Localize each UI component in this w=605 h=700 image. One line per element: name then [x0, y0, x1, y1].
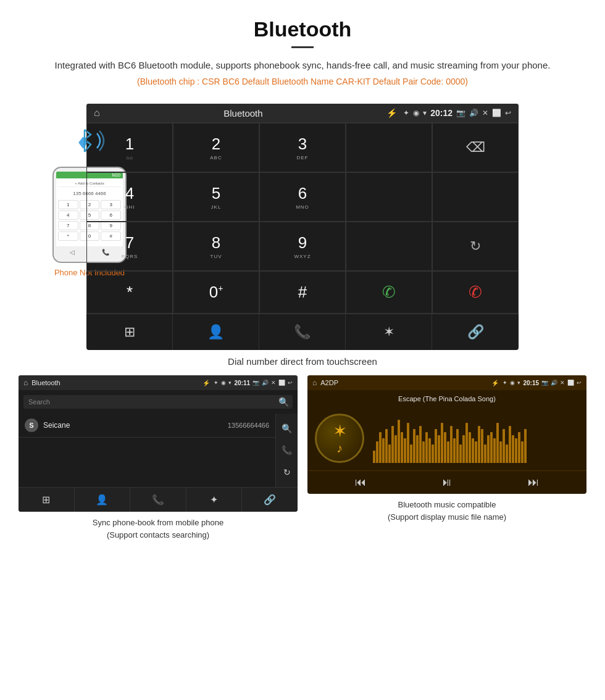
key-7-num: 7 — [125, 233, 134, 252]
visualizer-bar — [456, 429, 459, 463]
main-caption: Dial number direct from touchscreen — [0, 356, 605, 367]
empty-4-5 — [432, 172, 519, 222]
visualizer-bar — [465, 423, 468, 463]
key-9[interactable]: 9 WXYZ — [259, 222, 346, 271]
key-1[interactable]: 1 ⌂⌂ — [86, 123, 173, 172]
pb-grid-btn[interactable]: ⊞ — [19, 488, 75, 512]
music-back-icon[interactable]: ↩ — [577, 380, 582, 386]
visualizer-bar — [453, 438, 456, 463]
search-placeholder: Search — [28, 398, 50, 406]
pb-home-icon[interactable]: ⌂ — [23, 378, 28, 387]
call-button[interactable]: ✆ — [346, 271, 432, 314]
pb-call-right-icon[interactable]: 📞 — [282, 445, 292, 455]
pb-cam-icon: 📷 — [252, 380, 259, 386]
visualizer-bar — [391, 426, 394, 463]
dial-status-bar: ⌂ Bluetooth ⚡ ✦ ◉ ▾ 20:12 📷 🔊 ✕ ⬜ ↩ — [86, 104, 519, 122]
music-status-right: ✦ ◉ ▾ 20:15 📷 🔊 ✕ ⬜ ↩ — [503, 380, 582, 386]
key-3[interactable]: 3 DEF — [259, 123, 346, 172]
contacts-button[interactable]: 👤 — [173, 314, 259, 350]
visualizer-bar — [388, 444, 391, 463]
key-hash-num: # — [298, 283, 307, 302]
key-6-sub: MNO — [296, 204, 309, 210]
pb-search-right-icon[interactable]: 🔍 — [282, 423, 292, 433]
visualizer-bar — [410, 444, 412, 463]
right-caption-sub: (Support display music file name) — [388, 511, 506, 523]
key-hash[interactable]: # — [259, 271, 346, 314]
home-icon[interactable]: ⌂ — [94, 107, 100, 119]
redial-button[interactable]: ↻ — [432, 222, 519, 271]
phone-button[interactable]: 📞 — [259, 314, 346, 350]
key-2-sub: ABC — [210, 155, 222, 160]
search-icon[interactable]: 🔍 — [278, 397, 289, 407]
key-6[interactable]: 6 MNO — [259, 172, 346, 222]
link-button[interactable]: 🔗 — [432, 314, 519, 350]
visualizer-bar — [512, 435, 514, 463]
visualizer-bar — [478, 426, 480, 463]
contact-seicane[interactable]: S Seicane 13566664466 — [19, 414, 275, 438]
key-5-sub: JKL — [211, 204, 222, 210]
dial-screen: ⌂ Bluetooth ⚡ ✦ ◉ ▾ 20:12 📷 🔊 ✕ ⬜ ↩ 1 ⌂⌂ — [86, 104, 519, 350]
music-home-icon[interactable]: ⌂ — [312, 378, 317, 387]
bluetooth-button[interactable]: ✶ — [346, 314, 432, 350]
pb-link-btn[interactable]: 🔗 — [242, 488, 298, 512]
music-controls: ⏮ ⏯ ⏭ — [307, 470, 586, 494]
next-skip-button[interactable]: ⏭ — [528, 476, 539, 489]
camera-icon: 📷 — [456, 109, 465, 117]
key-2[interactable]: 2 ABC — [173, 123, 259, 172]
visualizer-bar — [419, 426, 422, 463]
empty-3-4 — [346, 222, 432, 271]
visualizer-bar — [428, 438, 431, 463]
key-4-num: 4 — [125, 184, 134, 203]
visualizer-bar — [509, 426, 511, 463]
mini-key-star: * — [58, 231, 78, 241]
pb-usb-icon: ⚡ — [202, 380, 210, 386]
visualizer-bar — [441, 423, 443, 463]
visualizer-bar — [385, 429, 388, 463]
pb-search-bar[interactable]: Search — [23, 395, 293, 409]
key-0[interactable]: 0+ — [173, 271, 259, 314]
person-icon: 👤 — [207, 324, 224, 340]
key-8[interactable]: 8 TUV — [173, 222, 259, 271]
key-3-num: 3 — [298, 135, 307, 154]
page-header: Bluetooth Integrated with BC6 Bluetooth … — [0, 0, 605, 93]
status-time: 20:12 — [430, 108, 453, 118]
music-screen-icon: ⬜ — [567, 380, 574, 386]
key-star[interactable]: * — [86, 271, 173, 314]
key-1-sub: ⌂⌂ — [126, 155, 133, 160]
visualizer-bar — [499, 441, 502, 463]
visualizer-bar — [422, 441, 425, 463]
grid-button[interactable]: ⊞ — [86, 314, 173, 350]
visualizer-bar — [382, 438, 385, 463]
pb-refresh-right-icon[interactable]: ↻ — [283, 467, 291, 477]
pb-phone-btn[interactable]: 📞 — [130, 488, 186, 512]
pb-person-btn[interactable]: 👤 — [75, 488, 131, 512]
key-4[interactable]: 4 GHI — [86, 172, 173, 222]
pb-bt-btn[interactable]: ✦ — [186, 488, 243, 512]
key-7-sub: PQRS — [122, 254, 138, 259]
bluetooth-status-icon: ✦ — [403, 109, 409, 117]
back-icon[interactable]: ↩ — [505, 109, 511, 117]
delete-button[interactable]: ⌫ — [432, 123, 519, 172]
main-screen-area: ⬧ M20 + Add to Contacts 135 6666 4466 1 … — [0, 104, 605, 350]
location-icon: ◉ — [413, 109, 419, 117]
bottom-screens: ⌂ Bluetooth ⚡ ✦ ◉ ▾ 20:11 📷 🔊 ✕ ⬜ ↩ — [0, 375, 605, 541]
visualizer-bar — [506, 444, 508, 463]
key-7[interactable]: 7 PQRS — [86, 222, 173, 271]
play-pause-button[interactable]: ⏯ — [441, 476, 453, 489]
dial-bottom-bar: ⊞ 👤 📞 ✶ 🔗 — [86, 314, 519, 350]
screen-icon: ⬜ — [492, 109, 501, 117]
pb-vol-icon: 🔊 — [262, 380, 269, 386]
visualizer-bar — [518, 432, 520, 463]
key-5[interactable]: 5 JKL — [173, 172, 259, 222]
visualizer-bar — [435, 429, 437, 463]
prev-skip-button[interactable]: ⏮ — [355, 476, 366, 489]
visualizer-bar — [373, 451, 375, 463]
signal-icon: ▾ — [423, 109, 427, 117]
visualizer-bar — [459, 444, 462, 463]
pb-back-icon[interactable]: ↩ — [288, 380, 293, 386]
key-4-sub: GHI — [124, 204, 135, 210]
mini-key-4: 4 — [58, 210, 78, 220]
music-x-icon: ✕ — [560, 380, 565, 386]
end-call-button[interactable]: ✆ — [432, 271, 519, 314]
bluetooth-icon: ✶ — [383, 324, 394, 340]
